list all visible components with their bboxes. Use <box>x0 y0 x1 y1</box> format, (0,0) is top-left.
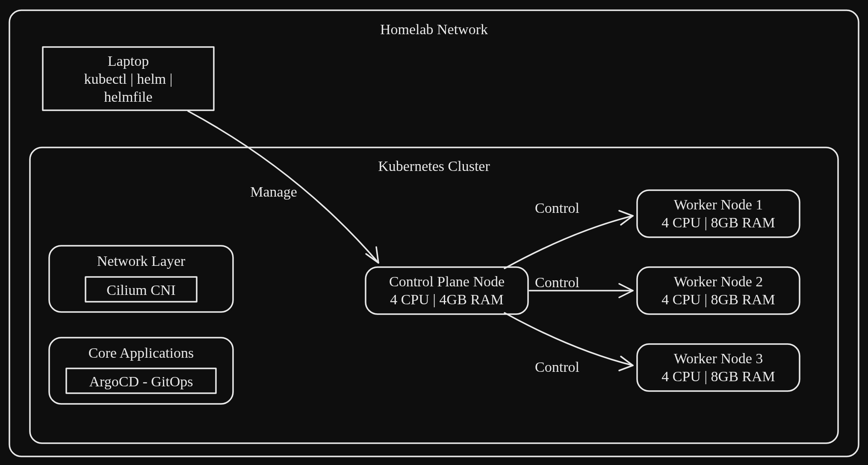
control-edge-1: Control <box>505 200 633 268</box>
control-edge-2: Control <box>529 274 633 297</box>
laptop-line1: Laptop <box>108 53 149 69</box>
worker2-line1: Worker Node 2 <box>674 274 763 289</box>
manage-label: Manage <box>250 184 297 200</box>
network-layer-inner: Cilium CNI <box>106 282 176 298</box>
kubernetes-cluster-title: Kubernetes Cluster <box>378 158 490 174</box>
worker-node-2: Worker Node 2 4 CPU | 8GB RAM <box>637 267 800 314</box>
control-edge-3: Control <box>505 313 633 375</box>
laptop-line3: helmfile <box>104 89 152 105</box>
core-applications-group: Core Applications ArgoCD - GitOps <box>49 338 233 404</box>
worker3-line1: Worker Node 3 <box>674 350 763 366</box>
core-applications-title: Core Applications <box>89 345 194 361</box>
homelab-network-title: Homelab Network <box>380 21 488 37</box>
control-label-1: Control <box>535 200 579 216</box>
worker1-line2: 4 CPU | 8GB RAM <box>661 215 775 230</box>
architecture-diagram: Homelab Network Laptop kubectl | helm | … <box>0 0 868 465</box>
control-label-2: Control <box>535 274 579 290</box>
control-plane-line1: Control Plane Node <box>389 274 505 289</box>
network-layer-title: Network Layer <box>97 253 186 269</box>
worker1-line1: Worker Node 1 <box>674 197 763 212</box>
worker-node-1: Worker Node 1 4 CPU | 8GB RAM <box>637 190 800 237</box>
control-plane-line2: 4 CPU | 4GB RAM <box>390 291 504 307</box>
laptop-node: Laptop kubectl | helm | helmfile <box>43 47 214 110</box>
control-label-3: Control <box>535 359 579 375</box>
network-layer-group: Network Layer Cilium CNI <box>49 246 233 312</box>
laptop-line2: kubectl | helm | <box>84 71 172 87</box>
worker-node-3: Worker Node 3 4 CPU | 8GB RAM <box>637 344 800 391</box>
core-applications-inner: ArgoCD - GitOps <box>89 374 193 389</box>
worker2-line2: 4 CPU | 8GB RAM <box>661 291 775 307</box>
worker3-line2: 4 CPU | 8GB RAM <box>661 368 775 384</box>
manage-edge: Manage <box>188 111 378 263</box>
control-plane-node: Control Plane Node 4 CPU | 4GB RAM <box>366 267 528 314</box>
